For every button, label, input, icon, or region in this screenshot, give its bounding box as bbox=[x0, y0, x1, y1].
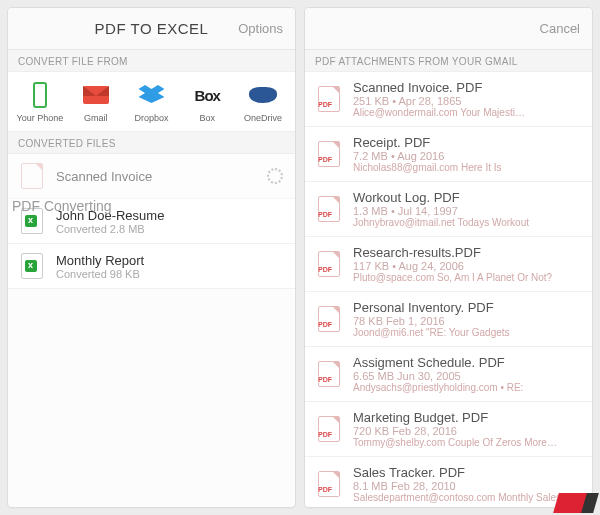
brand-corner-icon bbox=[553, 493, 597, 513]
attachment-row[interactable]: PDFSales Tracker. PDF8.1 MB Feb 28, 2010… bbox=[305, 457, 592, 507]
file-sub: Converted 2.8 MB bbox=[56, 223, 285, 235]
file-from: Salesdepartment@contoso.com Monthly Sale… bbox=[353, 492, 582, 503]
file-meta: 720 KB Feb 28, 2016 bbox=[353, 425, 582, 437]
right-titlebar: Cancel bbox=[305, 8, 592, 50]
pdf-icon bbox=[18, 162, 46, 190]
file-from: Andysachs@priestlyholding.com • RE: bbox=[353, 382, 582, 393]
attachment-row[interactable]: PDFResearch-results.PDF117 KB • Aug 24, … bbox=[305, 237, 592, 292]
file-sub: Converted 98 KB bbox=[56, 268, 285, 280]
file-name: Assigment Schedule. PDF bbox=[353, 355, 582, 370]
file-meta: 6.65 MB Jun 30, 2005 bbox=[353, 370, 582, 382]
file-meta: 1.3 MB • Jul 14, 1997 bbox=[353, 205, 582, 217]
file-meta: 8.1 MB Feb 28, 2010 bbox=[353, 480, 582, 492]
left-titlebar: PDF TO EXCEL Options bbox=[8, 8, 295, 50]
attachment-row[interactable]: PDFScanned Invoice. PDF251 KB • Apr 28, … bbox=[305, 72, 592, 127]
file-meta: 7.2 MB • Aug 2016 bbox=[353, 150, 582, 162]
cancel-button[interactable]: Cancel bbox=[540, 21, 580, 36]
file-name: Marketing Budget. PDF bbox=[353, 410, 582, 425]
source-gmail[interactable]: Gmail bbox=[68, 80, 124, 123]
gmail-icon bbox=[68, 80, 124, 110]
options-button[interactable]: Options bbox=[238, 21, 283, 36]
attachment-row[interactable]: PDFPersonal Inventory. PDF78 KB Feb 1, 2… bbox=[305, 292, 592, 347]
file-from: Tommy@shelby.com Couple Of Zeros More… bbox=[353, 437, 582, 448]
box-icon: Box bbox=[179, 80, 235, 110]
source-onedrive[interactable]: OneDrive bbox=[235, 80, 291, 123]
section-converted: CONVERTED FILES bbox=[8, 132, 295, 154]
right-panel: Cancel PDF ATTACHMENTS FROM YOUR GMAIL P… bbox=[305, 8, 592, 507]
pdf-icon: PDF bbox=[315, 305, 343, 333]
attachment-row[interactable]: PDFWorkout Log. PDF1.3 MB • Jul 14, 1997… bbox=[305, 182, 592, 237]
dropbox-icon bbox=[124, 80, 180, 110]
source-label: OneDrive bbox=[244, 113, 282, 123]
file-from: Pluto@space.com So, Am I A Planet Or Not… bbox=[353, 272, 582, 283]
file-name: Research-results.PDF bbox=[353, 245, 582, 260]
app-title: PDF TO EXCEL bbox=[95, 20, 209, 37]
file-name: Personal Inventory. PDF bbox=[353, 300, 582, 315]
left-panel: PDF TO EXCEL Options CONVERT FILE FROM Y… bbox=[8, 8, 295, 507]
file-meta: 117 KB • Aug 24, 2006 bbox=[353, 260, 582, 272]
pdf-icon: PDF bbox=[315, 415, 343, 443]
source-box[interactable]: Box Box bbox=[179, 80, 235, 123]
onedrive-icon bbox=[235, 80, 291, 110]
pdf-icon: PDF bbox=[315, 360, 343, 388]
source-row: Your Phone Gmail Dropbox Box Box OneDriv… bbox=[8, 72, 295, 132]
section-convert-from: CONVERT FILE FROM bbox=[8, 50, 295, 72]
file-from: Alice@wondermail.com Your Majesti… bbox=[353, 107, 582, 118]
source-dropbox[interactable]: Dropbox bbox=[124, 80, 180, 123]
pdf-icon: PDF bbox=[315, 250, 343, 278]
source-label: Gmail bbox=[84, 113, 108, 123]
pdf-icon: PDF bbox=[315, 470, 343, 498]
pdf-icon: PDF bbox=[315, 140, 343, 168]
spinner-icon bbox=[267, 168, 283, 184]
attachment-row[interactable]: PDFAssigment Schedule. PDF6.65 MB Jun 30… bbox=[305, 347, 592, 402]
file-name: Sales Tracker. PDF bbox=[353, 465, 582, 480]
phone-icon bbox=[12, 80, 68, 110]
file-from: Joond@mi6.net "RE: Your Gadgets bbox=[353, 327, 582, 338]
source-your-phone[interactable]: Your Phone bbox=[12, 80, 68, 123]
file-meta: 78 KB Feb 1, 2016 bbox=[353, 315, 582, 327]
file-name: Monthly Report bbox=[56, 253, 285, 268]
file-from: Johnybravo@itmail.net Todays Workout bbox=[353, 217, 582, 228]
source-label: Dropbox bbox=[134, 113, 168, 123]
file-name: Scanned Invoice. PDF bbox=[353, 80, 582, 95]
file-meta: 251 KB • Apr 28, 1865 bbox=[353, 95, 582, 107]
pdf-icon: PDF bbox=[315, 85, 343, 113]
attachment-row[interactable]: PDFReceipt. PDF7.2 MB • Aug 2016Nicholas… bbox=[305, 127, 592, 182]
pdf-converting-overlay: PDF Converting bbox=[12, 198, 112, 214]
source-label: Your Phone bbox=[17, 113, 64, 123]
source-label: Box bbox=[200, 113, 216, 123]
attachment-row[interactable]: PDFMarketing Budget. PDF720 KB Feb 28, 2… bbox=[305, 402, 592, 457]
section-attachments: PDF ATTACHMENTS FROM YOUR GMAIL bbox=[305, 50, 592, 72]
converting-row[interactable]: Scanned Invoice bbox=[8, 154, 295, 199]
pdf-icon: PDF bbox=[315, 195, 343, 223]
file-name: Receipt. PDF bbox=[353, 135, 582, 150]
file-from: Nicholas88@gmail.com Here It Is bbox=[353, 162, 582, 173]
converted-row[interactable]: Monthly Report Converted 98 KB bbox=[8, 244, 295, 289]
attachments-list[interactable]: PDFScanned Invoice. PDF251 KB • Apr 28, … bbox=[305, 72, 592, 507]
xls-icon bbox=[18, 252, 46, 280]
file-name: Workout Log. PDF bbox=[353, 190, 582, 205]
file-name: Scanned Invoice bbox=[56, 169, 285, 184]
